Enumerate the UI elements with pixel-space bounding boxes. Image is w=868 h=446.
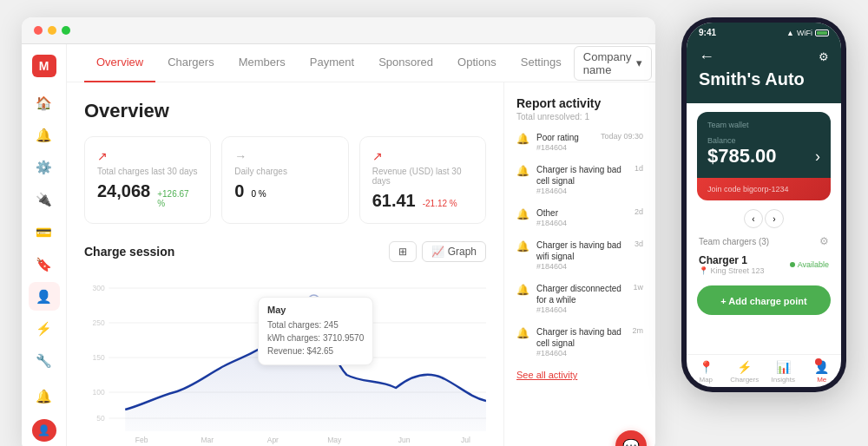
user-avatar[interactable]: 👤 xyxy=(32,419,56,442)
activity-text-6: Charger is having bad cell signal xyxy=(536,326,625,349)
stat-label-revenue: Revenue (USD) last 30 days xyxy=(372,167,473,186)
sidebar-icon-notification[interactable]: 🔔 xyxy=(29,382,60,410)
bell-icon-1: 🔔 xyxy=(516,133,529,145)
svg-text:150: 150 xyxy=(92,353,104,362)
phone-nav-map[interactable]: 📍 Map xyxy=(687,360,726,384)
activity-text-1: Poor rating xyxy=(536,132,594,143)
phone-screen: 9:41 ▲ WiFi ← ⚙ Smith's Auto xyxy=(687,23,841,387)
phone-nav-map-label: Map xyxy=(699,376,713,384)
app-layout: M 🏠 🔔 ⚙️ 🔌 💳 🔖 👤 ⚡ 🔧 🔔 👤 Overview xyxy=(22,44,655,446)
page-body: Overview ↗ Total charges last 30 days 24… xyxy=(67,82,655,446)
wallet-arrow-icon[interactable]: › xyxy=(815,148,820,166)
sidebar-icon-home[interactable]: 🏠 xyxy=(29,89,60,118)
sidebar-icon-charging[interactable]: 🔌 xyxy=(29,186,60,214)
tab-payment[interactable]: Payment xyxy=(298,44,366,82)
activity-text-5: Charger disconnected for a while xyxy=(536,283,626,305)
available-dot xyxy=(790,262,795,267)
page-body-container: Overview ↗ Total charges last 30 days 24… xyxy=(67,82,655,446)
phone-nav-insights[interactable]: 📊 Insights xyxy=(764,360,803,384)
minimize-dot[interactable] xyxy=(48,26,56,35)
tooltip-total-charges: Total charges: 245 xyxy=(267,318,364,331)
activity-content-3: Other #184604 xyxy=(536,207,628,227)
signal-icon: ▲ xyxy=(786,29,794,37)
chargers-settings-icon[interactable]: ⚙ xyxy=(819,235,829,247)
phone-settings-icon[interactable]: ⚙ xyxy=(819,50,829,63)
stat-value-revenue: 61.41 xyxy=(372,191,416,211)
sidebar-icon-bookmark[interactable]: 🔖 xyxy=(29,250,60,279)
nav-bar: Overview Chargers Members Payment Sponso… xyxy=(67,44,655,82)
page-title: Overview xyxy=(84,100,486,122)
activity-time-3: 2d xyxy=(635,207,643,216)
phone-time: 9:41 xyxy=(699,28,716,37)
stat-card-revenue: ↗ Revenue (USD) last 30 days 61.41 -21.1… xyxy=(359,136,486,224)
phone-nav: 📍 Map ⚡ Chargers 📊 Insights 👤 Me xyxy=(687,354,841,387)
phone-nav-chargers[interactable]: ⚡ Chargers xyxy=(726,360,765,384)
activity-id-4: #184604 xyxy=(536,262,628,271)
phone-frame: 9:41 ▲ WiFi ← ⚙ Smith's Auto xyxy=(681,17,846,392)
sidebar-icon-tool[interactable]: 🔧 xyxy=(29,346,60,375)
bell-icon-5: 🔔 xyxy=(516,284,529,296)
svg-text:50: 50 xyxy=(96,414,105,423)
stat-card-daily: → Daily charges 0 0 % xyxy=(221,136,348,224)
add-charger-button[interactable]: + Add charge point xyxy=(697,285,831,315)
activity-id-2: #184604 xyxy=(536,187,628,195)
activity-time-1: Today 09:30 xyxy=(601,132,643,141)
tab-sponsored[interactable]: Sponsored xyxy=(366,44,445,82)
tab-options[interactable]: Options xyxy=(445,44,509,82)
activity-title: Report activity xyxy=(516,96,643,110)
main-content: Overview Chargers Members Payment Sponso… xyxy=(67,44,655,446)
wallet-balance-label: Balance xyxy=(707,136,820,145)
charger-status-1: Available xyxy=(790,260,829,269)
see-all-link[interactable]: See all activity xyxy=(516,370,643,380)
prev-arrow-button[interactable]: ‹ xyxy=(744,209,763,228)
tooltip-month: May xyxy=(267,305,364,315)
chart-controls: ⊞ 📈 Graph xyxy=(389,241,486,262)
tab-settings[interactable]: Settings xyxy=(509,44,574,82)
chart-header: Charge session ⊞ 📈 Graph xyxy=(84,241,486,262)
sidebar-icon-lightning[interactable]: ⚡ xyxy=(29,314,60,343)
svg-text:250: 250 xyxy=(92,318,104,327)
sidebar-icon-bell[interactable]: 🔔 xyxy=(29,121,60,150)
phone-header: ← ⚙ Smith's Auto xyxy=(687,43,841,103)
phone-mockup: 9:41 ▲ WiFi ← ⚙ Smith's Auto xyxy=(681,17,846,392)
activity-text-4: Charger is having bad wifi signal xyxy=(536,239,628,262)
svg-text:Apr: Apr xyxy=(267,436,279,444)
back-button[interactable]: ← xyxy=(699,48,714,66)
tab-chargers[interactable]: Chargers xyxy=(155,44,226,82)
company-dropdown[interactable]: Company name ▾ xyxy=(574,46,653,81)
chargers-section: Team chargers (3) ⚙ Charger 1 📍 King Str… xyxy=(687,232,841,280)
phone-nav-chargers-label: Chargers xyxy=(730,376,759,384)
svg-text:100: 100 xyxy=(92,388,104,397)
activity-item-2: 🔔 Charger is having bad cell signal #184… xyxy=(516,164,643,195)
company-name: Company name xyxy=(583,50,632,76)
tab-overview[interactable]: Overview xyxy=(84,44,155,82)
sidebar-icon-settings[interactable]: ⚙️ xyxy=(29,154,60,182)
phone-business-title: Smith's Auto xyxy=(699,69,829,89)
chart-graph-button[interactable]: 📈 Graph xyxy=(422,241,486,262)
svg-text:Jun: Jun xyxy=(398,436,411,444)
bell-icon-4: 🔔 xyxy=(516,240,529,253)
charger-status-text-1: Available xyxy=(798,260,829,269)
maximize-dot[interactable] xyxy=(62,26,70,35)
close-dot[interactable] xyxy=(34,26,43,35)
phone-nav-me-label: Me xyxy=(817,376,826,384)
phone-status-bar: 9:41 ▲ WiFi xyxy=(687,23,841,43)
chevron-down-icon: ▾ xyxy=(636,56,642,69)
activity-time-4: 3d xyxy=(635,239,643,248)
tab-members[interactable]: Members xyxy=(227,44,298,82)
chart-grid-button[interactable]: ⊞ xyxy=(389,241,417,262)
charger-location-1: 📍 King Street 123 xyxy=(699,266,765,275)
sidebar-logo: M xyxy=(32,55,56,77)
wifi-icon: WiFi xyxy=(797,29,812,37)
sidebar-icon-person[interactable]: 👤 xyxy=(29,282,60,311)
tooltip-kwh: kWh charges: 3710.9570 xyxy=(267,331,364,344)
bell-icon-3: 🔔 xyxy=(516,208,529,220)
next-arrow-button[interactable]: › xyxy=(765,209,784,228)
phone-nav-me[interactable]: 👤 Me xyxy=(803,360,842,384)
stat-label-total: Total charges last 30 days xyxy=(97,167,198,176)
stat-value-total: 24,068 xyxy=(97,181,150,201)
activity-content-1: Poor rating #184604 xyxy=(536,132,594,152)
chart-section: Charge session ⊞ 📈 Graph May xyxy=(84,241,486,446)
activity-item-6: 🔔 Charger is having bad cell signal #184… xyxy=(516,326,643,357)
sidebar-icon-card[interactable]: 💳 xyxy=(29,218,60,246)
